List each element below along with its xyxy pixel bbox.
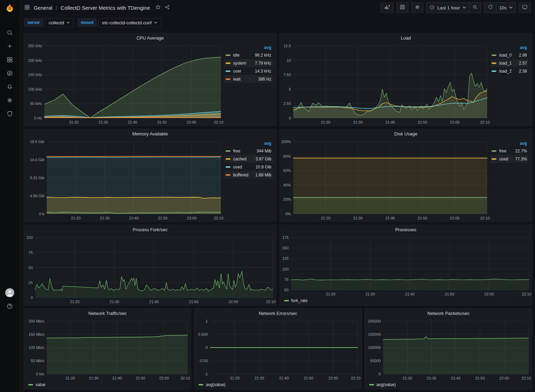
sidebar-create-button[interactable]: [0, 40, 19, 53]
grafana-logo[interactable]: [5, 3, 15, 15]
legend-series-name[interactable]: avg(value): [376, 382, 396, 387]
series-color-swatch: [226, 70, 230, 72]
svg-text:150: 150: [282, 246, 288, 250]
series-color-swatch: [226, 150, 230, 152]
sidebar-explore-button[interactable]: [0, 67, 19, 81]
sidebar-dashboards-button[interactable]: [0, 53, 19, 67]
cpu-average-legend: avgidle96.2 kHzsystem7.79 kHzuser14.3 kH…: [224, 42, 276, 126]
legend-avg-header: avg: [490, 45, 528, 50]
sidebar-help-button[interactable]: [0, 302, 19, 311]
svg-text:21:20: 21:20: [65, 376, 75, 380]
dashboard-title[interactable]: CollectD Server Metrics with TDengine: [61, 5, 150, 11]
sidebar-bottom: [0, 288, 19, 311]
panel-title[interactable]: Disk Usage: [280, 129, 532, 138]
legend-series-name[interactable]: buffered: [233, 173, 256, 177]
svg-text:150000: 150000: [368, 332, 381, 336]
svg-text:0: 0: [289, 116, 291, 120]
panel-title[interactable]: Memory Available: [24, 129, 276, 138]
legend-series-name[interactable]: used: [499, 157, 515, 161]
panel-title[interactable]: Processes: [280, 225, 532, 234]
zoom-out-button[interactable]: [469, 2, 481, 13]
legend-row: cached3.67 Gib: [224, 155, 273, 163]
memory-available-chart[interactable]: 0 b4.66 Gib9.31 Gib14.0 Gib18.6 Gib21:20…: [24, 138, 224, 222]
svg-text:21:30: 21:30: [255, 376, 265, 380]
sidebar-configuration-button[interactable]: [0, 94, 19, 108]
legend-series-name[interactable]: used: [233, 165, 256, 169]
network-errors-chart[interactable]: -1-0.5000.500121:2021:3021:4021:5022:002…: [194, 318, 361, 382]
legend-series-name[interactable]: cached: [233, 157, 256, 161]
bell-icon: [6, 83, 13, 91]
svg-text:22:00: 22:00: [159, 376, 169, 380]
svg-text:2.50: 2.50: [283, 101, 291, 106]
panel-title[interactable]: Network Packets/sec: [365, 309, 532, 318]
breadcrumb-folder[interactable]: General: [34, 5, 52, 11]
cpu-average-chart[interactable]: 0 Hz50 kHz100 kHz150 kHz200 kHz250 kHz21…: [24, 42, 224, 126]
legend-series-value: 10.8 Gib: [256, 165, 271, 169]
time-picker-group: Last 1 hour: [426, 2, 481, 13]
time-range-button[interactable]: Last 1 hour: [427, 2, 469, 13]
series-color-swatch: [492, 70, 496, 72]
svg-text:21:20: 21:20: [321, 216, 330, 220]
svg-text:200 Mb/s: 200 Mb/s: [29, 319, 44, 323]
panel-title[interactable]: Network Errors/sec: [194, 309, 361, 318]
svg-text:21:30: 21:30: [89, 376, 99, 380]
svg-text:22:00: 22:00: [329, 376, 338, 380]
legend-series-name[interactable]: free: [233, 149, 257, 153]
network-packets-chart[interactable]: 05000010000015000020000021:2021:3021:402…: [365, 318, 532, 382]
process-fork-chart[interactable]: 025507510021:2021:3021:4021:5022:0022:10: [24, 234, 276, 305]
panel-title[interactable]: Load: [280, 33, 532, 42]
svg-text:0%: 0%: [285, 212, 291, 216]
legend-series-name[interactable]: value: [35, 382, 46, 387]
svg-text:200000: 200000: [368, 319, 381, 323]
sidebar-alerting-button[interactable]: [0, 81, 19, 94]
legend-series-name[interactable]: system: [233, 61, 255, 66]
legend-series-name[interactable]: avg(value): [206, 382, 225, 387]
svg-text:50 Mb/s: 50 Mb/s: [31, 359, 44, 363]
legend-series-name[interactable]: idle: [233, 53, 255, 58]
panel-title[interactable]: CPU Average: [24, 33, 276, 42]
dashboard-picker-button[interactable]: [24, 4, 30, 11]
legend-series-name[interactable]: load_0: [499, 53, 519, 58]
sidebar-search-button[interactable]: [0, 26, 19, 40]
panel-title[interactable]: Process Fork/sec: [24, 225, 276, 234]
svg-text:21:40: 21:40: [451, 376, 461, 380]
sidebar-server-admin-button[interactable]: [0, 108, 19, 121]
svg-text:22:10: 22:10: [214, 216, 224, 220]
network-traffic-chart[interactable]: 0 b/s50 Mb/s100 Mb/s150 Mb/s200 Mb/s21:2…: [24, 318, 191, 382]
panel-memory-available: Memory Available 0 b4.66 Gib9.31 Gib14.0…: [24, 129, 277, 222]
panel-title[interactable]: Network Traffic/sec: [24, 309, 191, 318]
add-panel-button[interactable]: [381, 2, 394, 13]
kiosk-mode-button[interactable]: [519, 2, 531, 13]
svg-text:14.0 Gib: 14.0 Gib: [30, 158, 44, 162]
panel-network-packets: Network Packets/sec 05000010000015000020…: [365, 308, 532, 390]
legend-series-name[interactable]: free: [499, 149, 515, 153]
mount-variable-select[interactable]: etc-collectd-collectd.conf: [98, 18, 161, 27]
svg-text:21:30: 21:30: [98, 120, 108, 124]
svg-text:10: 10: [286, 58, 291, 62]
panel-network-errors: Network Errors/sec -1-0.5000.500121:2021…: [194, 308, 362, 390]
series-color-swatch: [198, 384, 203, 385]
svg-text:25: 25: [29, 281, 33, 285]
legend-series-value: 2.86: [519, 53, 527, 58]
share-dashboard-button[interactable]: [164, 4, 170, 11]
legend-series-name[interactable]: fork_rate: [291, 298, 308, 303]
clock-icon: [429, 5, 435, 11]
disk-usage-chart[interactable]: 0%20%40%60%80%100%21:2021:3021:4021:5022…: [280, 138, 491, 222]
load-chart[interactable]: 02.5057.501012.521:2021:3021:4021:5022:0…: [280, 42, 491, 126]
add-panel-icon: [384, 4, 390, 11]
question-icon: [6, 303, 13, 311]
server-variable-select[interactable]: collectd: [45, 18, 74, 27]
legend-series-name[interactable]: user: [233, 69, 255, 74]
svg-text:21:40: 21:40: [149, 300, 159, 304]
legend-series-name[interactable]: load_1: [499, 61, 519, 66]
legend-series-name[interactable]: load_2: [499, 69, 519, 74]
svg-text:9.31 Gib: 9.31 Gib: [30, 176, 44, 180]
legend-series-name[interactable]: wait: [233, 77, 258, 82]
refresh-button[interactable]: [484, 2, 496, 13]
user-avatar[interactable]: [5, 288, 14, 297]
save-dashboard-button[interactable]: [396, 2, 408, 13]
dashboard-settings-button[interactable]: [411, 2, 423, 13]
star-dashboard-button[interactable]: [155, 4, 161, 11]
processes-chart[interactable]: 507510012515017521:2021:3021:4021:5022:0…: [280, 234, 532, 298]
refresh-interval-button[interactable]: 10s: [496, 2, 516, 13]
